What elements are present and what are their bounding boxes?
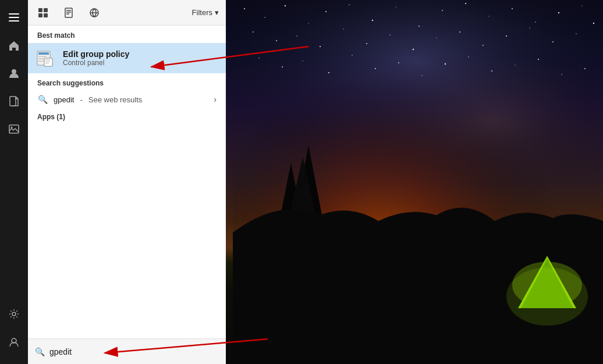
sidebar: [0, 0, 28, 364]
svg-rect-66: [38, 8, 42, 12]
svg-point-41: [421, 75, 422, 76]
svg-point-47: [561, 74, 562, 75]
best-match-label: Best match: [28, 26, 226, 43]
svg-point-46: [538, 59, 539, 60]
svg-point-60: [12, 69, 16, 74]
svg-point-5: [308, 23, 308, 23]
svg-rect-83: [45, 63, 49, 64]
globe-view-icon[interactable]: [86, 5, 102, 21]
svg-point-18: [253, 31, 254, 33]
start-menu-panel: Filters ▾ Best match: [28, 0, 226, 364]
search-bar-icon: 🔍: [35, 347, 45, 356]
best-match-text: Edit group policy Control panel: [63, 49, 129, 67]
suggestion-arrow-icon: ›: [214, 95, 217, 104]
suggestion-see-web-results: See web results: [88, 95, 143, 104]
svg-rect-58: [9, 17, 19, 18]
svg-point-37: [328, 72, 329, 73]
svg-point-13: [488, 16, 489, 16]
svg-point-39: [375, 68, 376, 69]
svg-point-25: [413, 49, 414, 50]
svg-point-26: [436, 37, 437, 38]
svg-rect-67: [44, 8, 48, 12]
search-bar-text: gpedit: [49, 347, 72, 356]
svg-point-38: [352, 55, 353, 56]
sidebar-user-button[interactable]: [0, 60, 28, 86]
svg-point-29: [506, 35, 507, 37]
svg-point-12: [465, 3, 466, 4]
svg-point-22: [343, 28, 343, 29]
svg-point-19: [276, 40, 277, 41]
search-suggestion-icon: 🔍: [37, 95, 48, 104]
svg-point-24: [389, 34, 391, 35]
svg-point-64: [12, 312, 16, 316]
svg-point-36: [302, 60, 303, 61]
filters-button[interactable]: Filters ▾: [192, 8, 219, 17]
best-match-subtitle: Control panel: [63, 59, 129, 67]
svg-rect-61: [10, 97, 16, 106]
svg-point-35: [282, 66, 283, 67]
svg-rect-59: [9, 20, 19, 22]
svg-rect-70: [65, 8, 72, 17]
svg-point-2: [244, 8, 245, 9]
suggestion-link-prefix: -: [80, 95, 82, 104]
svg-point-21: [320, 46, 321, 47]
chevron-down-icon: ▾: [215, 8, 219, 17]
grid-view-icon[interactable]: [35, 5, 51, 21]
menu-top-bar: Filters ▾: [28, 0, 226, 26]
svg-rect-81: [45, 59, 50, 60]
svg-point-14: [512, 8, 513, 9]
svg-point-31: [552, 41, 554, 42]
menu-content: Best match Edit group p: [28, 26, 226, 364]
hamburger-menu-button[interactable]: [0, 5, 28, 30]
best-match-title: Edit group policy: [63, 49, 129, 59]
svg-point-45: [515, 65, 515, 65]
svg-point-34: [258, 58, 260, 59]
svg-point-4: [285, 5, 286, 6]
night-sky: [233, 0, 603, 204]
svg-point-20: [296, 35, 297, 37]
svg-point-23: [366, 43, 367, 44]
svg-point-3: [264, 17, 265, 18]
svg-point-8: [372, 20, 373, 21]
sidebar-documents-button[interactable]: [0, 88, 28, 114]
sidebar-settings-button[interactable]: [0, 301, 28, 327]
svg-point-30: [529, 27, 530, 28]
svg-point-40: [398, 62, 399, 63]
svg-rect-76: [38, 52, 49, 55]
sidebar-home-button[interactable]: [0, 33, 28, 58]
sidebar-bottom: [0, 301, 28, 359]
svg-point-9: [395, 6, 396, 7]
svg-rect-68: [38, 13, 42, 17]
svg-point-44: [491, 70, 492, 72]
svg-point-48: [584, 68, 586, 69]
gpedit-icon: [35, 48, 56, 69]
svg-point-15: [535, 22, 536, 23]
svg-rect-1: [233, 0, 603, 204]
svg-point-33: [593, 23, 594, 24]
svg-point-11: [442, 10, 443, 11]
svg-point-6: [325, 11, 327, 12]
svg-point-16: [558, 12, 559, 13]
search-bar[interactable]: 🔍 gpedit: [28, 338, 226, 364]
suggestion-text: gpedit: [54, 95, 74, 104]
svg-rect-77: [38, 56, 47, 57]
search-suggestions-label: Search suggestions: [28, 73, 226, 91]
svg-point-27: [459, 31, 460, 33]
apps-count-label: Apps (1): [28, 108, 226, 123]
svg-rect-57: [9, 13, 19, 15]
svg-point-42: [445, 63, 446, 65]
svg-rect-82: [45, 61, 50, 62]
sidebar-account-button[interactable]: [0, 329, 28, 355]
sidebar-top: [0, 5, 28, 301]
document-view-icon[interactable]: [61, 5, 77, 21]
best-match-item[interactable]: Edit group policy Control panel: [28, 43, 226, 73]
svg-point-28: [483, 45, 484, 46]
svg-point-17: [581, 5, 582, 6]
suggestion-item[interactable]: 🔍 gpedit - See web results ›: [28, 91, 226, 108]
svg-point-10: [418, 26, 420, 27]
svg-rect-69: [44, 13, 48, 17]
svg-point-43: [468, 56, 469, 58]
svg-point-7: [349, 4, 350, 5]
sidebar-pictures-button[interactable]: [0, 116, 28, 142]
svg-point-32: [576, 33, 577, 34]
